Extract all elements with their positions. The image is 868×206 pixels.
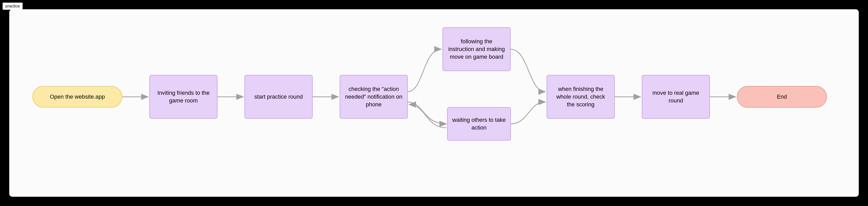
node-end[interactable]: End: [737, 86, 827, 108]
node-start[interactable]: Open the website.app: [32, 86, 122, 108]
node-label: start practice round: [254, 93, 303, 101]
node-label: when finishing the whole round, check th…: [552, 85, 610, 108]
node-label: Inviting friends to the game room: [155, 89, 212, 104]
tab-practice[interactable]: practice: [3, 3, 23, 10]
flow-arrows: [9, 9, 859, 197]
node-label: waiting others to take action: [452, 116, 506, 131]
node-label: checking the "action needed" notificatio…: [345, 85, 403, 108]
node-check[interactable]: checking the "action needed" notificatio…: [340, 75, 408, 119]
node-follow[interactable]: following the instruction and making mov…: [442, 27, 510, 71]
node-practice[interactable]: start practice round: [245, 75, 313, 119]
node-wait[interactable]: waiting others to take action: [447, 107, 511, 140]
node-invite[interactable]: Inviting friends to the game room: [149, 75, 218, 119]
node-move-real[interactable]: move to real game round: [642, 75, 710, 119]
node-label: move to real game round: [647, 89, 705, 104]
node-label: Open the website.app: [50, 93, 105, 101]
node-finish[interactable]: when finishing the whole round, check th…: [547, 75, 615, 119]
diagram-canvas: Open the website.app Inviting friends to…: [9, 9, 859, 197]
node-label: End: [777, 93, 787, 101]
tab-label: practice: [5, 4, 20, 8]
node-label: following the instruction and making mov…: [447, 37, 505, 60]
